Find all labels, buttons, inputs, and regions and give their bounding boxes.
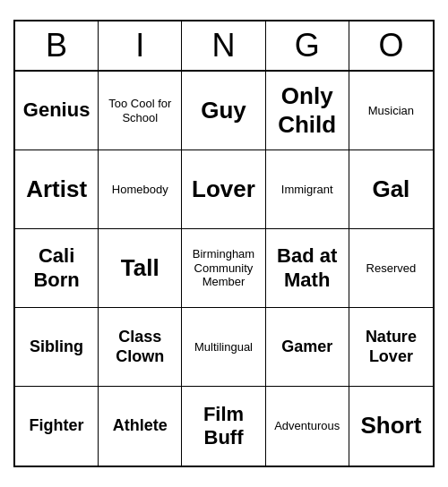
cell-text-17: Multilingual xyxy=(194,340,253,355)
cell-text-7: Lover xyxy=(192,175,255,203)
bingo-cell-5: Artist xyxy=(15,150,99,229)
cell-text-6: Homebody xyxy=(112,183,168,197)
bingo-letter-g: G xyxy=(266,21,349,70)
bingo-letter-b: B xyxy=(15,21,99,70)
cell-text-18: Gamer xyxy=(281,337,332,357)
bingo-cell-8: Immigrant xyxy=(266,150,349,229)
bingo-cell-7: Lover xyxy=(182,150,265,229)
bingo-header: BINGO xyxy=(15,21,433,72)
bingo-letter-o: O xyxy=(349,21,433,70)
bingo-cell-14: Reserved xyxy=(349,229,433,308)
bingo-cell-21: Athlete xyxy=(99,387,182,466)
cell-text-12: Birmingham Community Member xyxy=(185,247,261,289)
bingo-letter-i: I xyxy=(99,21,182,70)
bingo-cell-15: Sibling xyxy=(15,308,99,387)
cell-text-22: Film Buff xyxy=(185,403,261,450)
bingo-cell-17: Multilingual xyxy=(182,308,265,387)
bingo-cell-2: Guy xyxy=(182,72,265,150)
cell-text-2: Guy xyxy=(201,97,246,124)
bingo-cell-11: Tall xyxy=(99,229,182,308)
cell-text-8: Immigrant xyxy=(281,183,333,197)
cell-text-11: Tall xyxy=(121,254,159,282)
bingo-cell-3: Only Child xyxy=(266,72,349,150)
bingo-cell-10: Cali Born xyxy=(15,229,99,308)
bingo-cell-6: Homebody xyxy=(99,150,182,229)
bingo-cell-1: Too Cool for School xyxy=(99,72,182,150)
cell-text-14: Reserved xyxy=(366,261,417,276)
bingo-grid: GeniusToo Cool for SchoolGuyOnly ChildMu… xyxy=(15,72,433,466)
cell-text-9: Gal xyxy=(372,175,409,203)
bingo-cell-9: Gal xyxy=(349,150,433,229)
cell-text-0: Genius xyxy=(23,98,90,122)
cell-text-15: Sibling xyxy=(30,337,83,357)
bingo-cell-22: Film Buff xyxy=(182,387,265,466)
bingo-cell-12: Birmingham Community Member xyxy=(182,229,265,308)
cell-text-23: Adventurous xyxy=(274,419,340,433)
cell-text-3: Only Child xyxy=(270,82,345,138)
cell-text-21: Athlete xyxy=(113,416,168,436)
bingo-letter-n: N xyxy=(182,21,265,70)
cell-text-19: Nature Lover xyxy=(353,328,429,366)
bingo-cell-19: Nature Lover xyxy=(349,308,433,387)
bingo-cell-18: Gamer xyxy=(266,308,349,387)
cell-text-10: Cali Born xyxy=(19,244,94,292)
cell-text-16: Class Clown xyxy=(102,328,177,366)
bingo-cell-16: Class Clown xyxy=(99,308,182,387)
cell-text-20: Fighter xyxy=(30,416,84,436)
bingo-cell-0: Genius xyxy=(15,72,99,150)
bingo-cell-23: Adventurous xyxy=(266,387,349,466)
bingo-cell-24: Short xyxy=(349,387,433,466)
cell-text-13: Bad at Math xyxy=(270,244,345,292)
bingo-cell-4: Musician xyxy=(349,72,433,150)
bingo-cell-13: Bad at Math xyxy=(266,229,349,308)
cell-text-4: Musician xyxy=(368,104,414,118)
cell-text-1: Too Cool for School xyxy=(102,97,177,124)
cell-text-5: Artist xyxy=(26,175,87,203)
bingo-card: BINGO GeniusToo Cool for SchoolGuyOnly C… xyxy=(13,20,435,467)
cell-text-24: Short xyxy=(360,412,421,440)
bingo-cell-20: Fighter xyxy=(15,387,99,466)
